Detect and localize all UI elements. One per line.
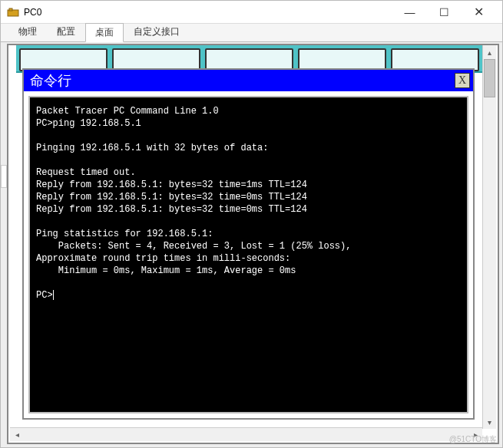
tabbar: 物理 配置 桌面 自定义接口 [1, 24, 502, 42]
app-icon [7, 6, 19, 18]
app-window: PC0 — ☐ ✕ 物理 配置 桌面 自定义接口 命令行 X [0, 0, 503, 448]
window-title: PC0 [24, 7, 392, 18]
scroll-up-icon[interactable]: ▴ [483, 45, 496, 59]
command-prompt-body[interactable]: Packet Tracer PC Command Line 1.0 PC>pin… [28, 96, 468, 413]
terminal-line: Reply from 192.168.5.1: bytes=32 time=1m… [36, 179, 461, 191]
command-prompt-title: 命令行 [30, 71, 455, 90]
maximize-button[interactable]: ☐ [427, 2, 462, 23]
scroll-thumb[interactable] [484, 59, 495, 97]
terminal-blank [36, 216, 461, 228]
tab-config[interactable]: 配置 [47, 22, 85, 41]
command-prompt-close-button[interactable]: X [455, 73, 470, 88]
vertical-scrollbar[interactable]: ▴ ▾ [482, 45, 496, 429]
content-area: 命令行 X Packet Tracer PC Command Line 1.0 … [1, 42, 502, 447]
tab-desktop[interactable]: 桌面 [85, 23, 124, 42]
svg-rect-1 [9, 8, 12, 11]
side-hint [1, 165, 7, 188]
command-prompt-window: 命令行 X Packet Tracer PC Command Line 1.0 … [22, 68, 475, 420]
scroll-down-icon[interactable]: ▾ [483, 415, 496, 429]
cursor-icon [53, 290, 54, 300]
terminal-line: Minimum = 0ms, Maximum = 1ms, Average = … [36, 265, 461, 277]
terminal-line: PC>ping 192.168.5.1 [36, 117, 461, 130]
tab-custom-interface[interactable]: 自定义接口 [124, 22, 190, 41]
horizontal-scrollbar[interactable]: ◂ ▸ [10, 427, 482, 441]
close-button[interactable]: ✕ [462, 2, 496, 23]
terminal-blank [36, 130, 461, 142]
terminal-blank [36, 154, 461, 166]
terminal-blank [36, 277, 461, 289]
terminal-line: Ping statistics for 192.168.5.1: [36, 228, 461, 240]
scroll-left-icon[interactable]: ◂ [10, 428, 24, 441]
terminal-line: Request timed out. [36, 166, 461, 179]
window-controls: — ☐ ✕ [392, 2, 496, 23]
minimize-button[interactable]: — [392, 2, 427, 23]
tab-physical[interactable]: 物理 [8, 22, 47, 41]
terminal-line: Packets: Sent = 4, Received = 3, Lost = … [36, 240, 461, 252]
watermark: @51CTO博客 [449, 434, 497, 445]
terminal-line: Approximate round trip times in milli-se… [36, 252, 461, 265]
desktop-panel: 命令行 X Packet Tracer PC Command Line 1.0 … [7, 44, 499, 444]
terminal-line: Reply from 192.168.5.1: bytes=32 time=0m… [36, 203, 461, 216]
command-prompt-titlebar[interactable]: 命令行 X [24, 70, 473, 91]
terminal-line: Reply from 192.168.5.1: bytes=32 time=0m… [36, 191, 461, 203]
terminal-line: Pinging 192.168.5.1 with 32 bytes of dat… [36, 142, 461, 154]
terminal-prompt: PC> [36, 289, 461, 301]
titlebar[interactable]: PC0 — ☐ ✕ [1, 1, 502, 24]
terminal-line: Packet Tracer PC Command Line 1.0 [36, 105, 461, 117]
